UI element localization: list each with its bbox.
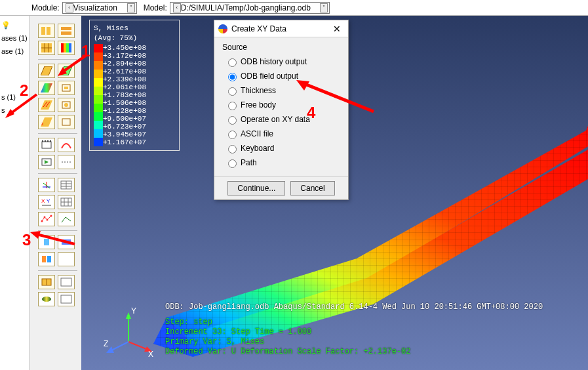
- table-icon[interactable]: [58, 292, 75, 306]
- continue-button[interactable]: Continue...: [227, 181, 285, 195]
- svg-rect-57: [61, 278, 71, 286]
- plot-undeformed-icon[interactable]: [38, 64, 55, 78]
- svg-rect-11: [69, 43, 71, 52]
- model-select[interactable]: ‹ D:/SIMULIA/Temp/Job-gangliang.odb ˅: [170, 2, 330, 14]
- chevron-down-icon[interactable]: ˅: [320, 3, 328, 12]
- tool-icon[interactable]: [58, 24, 75, 38]
- svg-point-47: [41, 220, 43, 222]
- lightbulb-icon[interactable]: 💡: [1, 21, 10, 30]
- plot-contour-icon[interactable]: [38, 81, 55, 95]
- model-label: Model:: [144, 3, 167, 12]
- table-icon[interactable]: [58, 195, 75, 209]
- module-select[interactable]: ‹ Visualization ˅: [62, 2, 137, 14]
- tree-item[interactable]: s: [1, 104, 28, 117]
- module-arrow-left[interactable]: ‹: [66, 3, 73, 12]
- option-label: ODB history output: [241, 57, 307, 66]
- tool-icon[interactable]: [38, 292, 55, 306]
- legend-value: +2.894e+08: [103, 60, 146, 68]
- radio-input[interactable]: [228, 102, 237, 110]
- tool-icon[interactable]: [58, 115, 75, 129]
- svg-marker-12: [41, 66, 52, 75]
- annotation-number: 2: [20, 81, 28, 100]
- svg-rect-52: [62, 239, 71, 245]
- legend-value: +9.500e+07: [103, 115, 146, 123]
- source-option[interactable]: Keyboard: [221, 141, 342, 155]
- svg-rect-16: [64, 87, 68, 89]
- svg-point-58: [42, 297, 51, 302]
- tree-item[interactable]: ases (1): [1, 31, 28, 45]
- table-icon[interactable]: [58, 275, 75, 289]
- tool-icon[interactable]: [58, 138, 75, 152]
- radio-input[interactable]: [228, 58, 237, 67]
- svg-point-50: [50, 215, 52, 217]
- svg-rect-0: [41, 27, 45, 35]
- close-icon[interactable]: ✕: [330, 22, 344, 35]
- source-option[interactable]: Path: [221, 155, 342, 170]
- orientation-triad: Y X Z: [102, 306, 155, 358]
- tool-icon[interactable]: [58, 64, 75, 78]
- radio-input[interactable]: [228, 145, 237, 154]
- source-option[interactable]: ODB field output: [221, 69, 342, 83]
- svg-rect-9: [64, 43, 66, 52]
- tool-icon[interactable]: [38, 155, 55, 169]
- film-icon[interactable]: [38, 138, 55, 152]
- chevron-down-icon[interactable]: ˅: [127, 3, 135, 12]
- odb-info-line: ODB: Job-gangliang.odb Abaqus/Standard 6…: [165, 302, 543, 312]
- tool-icon[interactable]: [38, 24, 55, 38]
- annotation-number: 3: [22, 231, 31, 249]
- svg-text:Z: Z: [104, 339, 108, 348]
- dialog-title: Create XY Data: [231, 24, 330, 33]
- tool-icon[interactable]: [58, 155, 75, 169]
- model-arrow-left[interactable]: ‹: [173, 3, 181, 12]
- legend-value: +1.506e+08: [103, 99, 146, 107]
- model-value: D:/SIMULIA/Temp/Job-gangliang.odb: [181, 3, 319, 12]
- dialog-titlebar[interactable]: Create XY Data ✕: [214, 20, 348, 37]
- svg-rect-53: [42, 256, 46, 262]
- xy-data-icon[interactable]: XY: [38, 195, 55, 209]
- option-label: Thickness: [241, 86, 276, 95]
- cancel-button[interactable]: Cancel: [290, 181, 334, 195]
- source-option[interactable]: ASCII file: [221, 127, 342, 141]
- tool-icon[interactable]: [38, 275, 55, 289]
- plot-matorient-icon[interactable]: z: [38, 115, 55, 129]
- step-line: Step: step: [165, 318, 543, 327]
- xy-plot-icon[interactable]: [38, 212, 55, 226]
- step-line: Deformed Var: U Deformation Scale Factor…: [165, 347, 543, 357]
- tree-item[interactable]: ase (1): [1, 45, 28, 58]
- radio-input[interactable]: [228, 131, 237, 139]
- tool-icon[interactable]: [58, 252, 75, 266]
- top-toolbar: Module: ‹ Visualization ˅ Model: ‹ D:/SI…: [0, 0, 588, 16]
- svg-rect-54: [47, 256, 51, 262]
- tool-icon[interactable]: [38, 178, 55, 192]
- source-option[interactable]: Operate on XY data: [221, 112, 342, 127]
- tool-icon[interactable]: [38, 41, 55, 55]
- tool-icon[interactable]: [58, 235, 75, 249]
- source-option[interactable]: Free body: [221, 98, 342, 112]
- radio-input[interactable]: [228, 159, 237, 168]
- step-line: Increment 33: Step Time = 1.000: [165, 327, 543, 337]
- option-label: Path: [241, 158, 257, 167]
- svg-rect-10: [66, 43, 69, 52]
- radio-input[interactable]: [228, 116, 237, 125]
- svg-rect-30: [50, 140, 51, 142]
- source-option[interactable]: Thickness: [221, 83, 342, 98]
- svg-point-48: [44, 216, 46, 218]
- plot-symbol-icon[interactable]: [38, 98, 55, 112]
- svg-rect-29: [47, 140, 49, 142]
- tool-icon[interactable]: [58, 81, 75, 95]
- tool-icon[interactable]: [38, 235, 55, 249]
- legend-subtitle: (Avg: 75%): [94, 34, 175, 43]
- tool-icon[interactable]: [58, 41, 75, 55]
- svg-marker-17: [41, 100, 52, 110]
- legend-value: +1.167e+07: [103, 138, 146, 146]
- tool-icon[interactable]: [58, 212, 75, 226]
- module-label: Module:: [31, 3, 60, 12]
- radio-input[interactable]: [228, 73, 237, 81]
- table-icon[interactable]: [58, 178, 75, 192]
- tool-icon[interactable]: [38, 252, 55, 266]
- radio-input[interactable]: [228, 87, 237, 96]
- annotation-number: 4: [307, 104, 315, 122]
- viewport-info-block: ODB: Job-gangliang.odb Abaqus/Standard 6…: [165, 302, 543, 357]
- tool-icon[interactable]: [58, 98, 75, 112]
- source-option[interactable]: ODB history output: [221, 54, 342, 69]
